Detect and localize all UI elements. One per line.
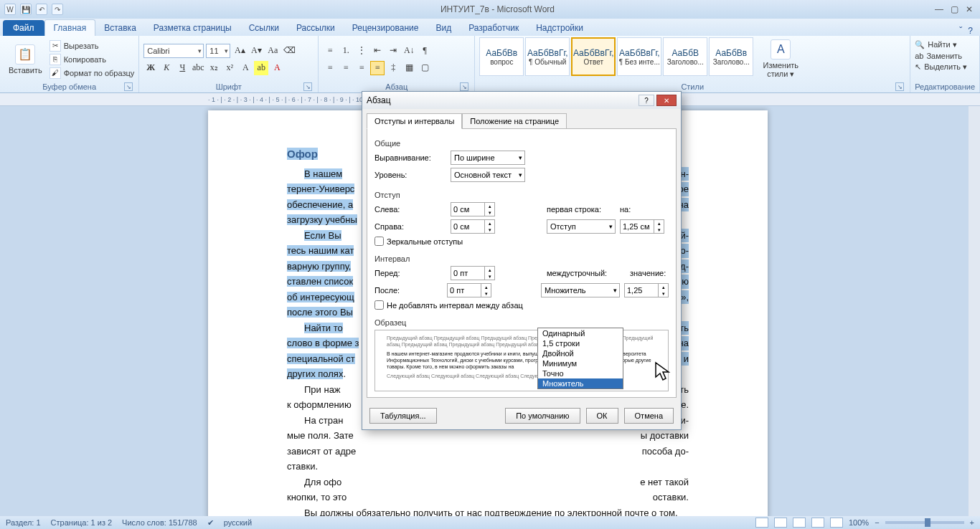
full-screen-view-icon[interactable]: [774, 518, 787, 528]
line-value-spinner[interactable]: ▴▾: [624, 283, 669, 297]
web-layout-view-icon[interactable]: [793, 518, 806, 528]
clear-format-icon[interactable]: ⌫: [282, 44, 296, 58]
shrink-font-icon[interactable]: A▾: [249, 44, 263, 58]
sort-icon[interactable]: A↓: [402, 44, 416, 58]
superscript-icon[interactable]: x²: [222, 61, 237, 75]
cut-button[interactable]: ✂Вырезать: [50, 40, 135, 52]
align-right-icon[interactable]: ≡: [354, 61, 369, 75]
ok-button[interactable]: ОК: [586, 408, 618, 424]
align-center-icon[interactable]: ≡: [339, 61, 353, 75]
tab-addins[interactable]: Надстройки: [527, 20, 592, 36]
select-button[interactable]: ↖Выделить ▾: [915, 62, 967, 72]
tab-references[interactable]: Ссылки: [240, 20, 288, 36]
tab-mailings[interactable]: Рассылки: [288, 20, 344, 36]
set-default-button[interactable]: По умолчанию: [505, 408, 580, 424]
tab-review[interactable]: Рецензирование: [344, 20, 428, 36]
change-case-icon[interactable]: Aa: [265, 44, 280, 58]
change-styles-button[interactable]: A Изменить стили ▾: [756, 37, 805, 81]
shading-icon[interactable]: ▦: [402, 61, 416, 75]
outline-view-icon[interactable]: [811, 518, 824, 528]
space-before-spinner[interactable]: ▴▾: [451, 266, 495, 280]
dropdown-option[interactable]: 1,5 строки: [538, 338, 623, 348]
style-item[interactable]: АаБбВвГг,Ответ: [571, 37, 616, 76]
tab-developer[interactable]: Разработчик: [460, 20, 527, 36]
minimize-icon[interactable]: —: [935, 4, 943, 14]
cancel-button[interactable]: Отмена: [624, 408, 674, 424]
status-page[interactable]: Страница: 1 из 2: [51, 518, 113, 527]
strike-icon[interactable]: abc: [191, 61, 205, 75]
dialog-close-icon[interactable]: ✕: [656, 95, 677, 106]
mirror-indents-checkbox[interactable]: Зеркальные отступы: [374, 237, 669, 246]
minimize-ribbon-icon[interactable]: ˇ: [959, 26, 962, 36]
subscript-icon[interactable]: x₂: [207, 61, 221, 75]
print-layout-view-icon[interactable]: [755, 518, 768, 528]
dropdown-option[interactable]: Двойной: [538, 348, 623, 358]
zoom-slider[interactable]: [885, 521, 964, 524]
dialog-help-icon[interactable]: ?: [639, 95, 654, 106]
replace-button[interactable]: abЗаменить: [915, 52, 967, 60]
increase-indent-icon[interactable]: ⇥: [386, 44, 400, 58]
style-item[interactable]: АаБбВвГг,¶ Обычный: [525, 37, 570, 76]
grow-font-icon[interactable]: A▴: [232, 44, 247, 58]
zoom-out-icon[interactable]: −: [875, 518, 879, 527]
space-after-spinner[interactable]: ▴▾: [447, 283, 491, 297]
tab-insert[interactable]: Вставка: [95, 20, 145, 36]
align-left-icon[interactable]: ≡: [323, 61, 337, 75]
first-line-combo[interactable]: Отступ: [547, 219, 616, 234]
tab-indents-spacing[interactable]: Отступы и интервалы: [367, 113, 462, 129]
font-size-combo[interactable]: 11: [206, 44, 230, 58]
dropdown-option[interactable]: Одинарный: [538, 328, 623, 338]
paragraph-launcher[interactable]: ↘: [460, 82, 468, 91]
dialog-titlebar[interactable]: Абзац ? ✕: [362, 92, 681, 109]
style-item[interactable]: АаБбВЗаголово...: [663, 37, 707, 76]
line-spacing-dropdown[interactable]: Одинарный1,5 строкиДвойнойМинимумТочноМн…: [537, 328, 623, 389]
bullets-icon[interactable]: ≡: [323, 44, 337, 58]
status-language[interactable]: русский: [224, 518, 252, 527]
show-marks-icon[interactable]: ¶: [418, 44, 432, 58]
underline-icon[interactable]: Ч: [175, 61, 189, 75]
text-effects-icon[interactable]: A: [238, 61, 253, 75]
styles-launcher[interactable]: ↘: [895, 82, 904, 91]
decrease-indent-icon[interactable]: ⇤: [370, 44, 385, 58]
line-spacing-combo[interactable]: Множитель: [541, 283, 620, 297]
tabs-button[interactable]: Табуляция...: [369, 408, 437, 424]
format-painter-button[interactable]: 🖌Формат по образцу: [50, 67, 135, 79]
close-icon[interactable]: ✕: [966, 4, 973, 14]
borders-icon[interactable]: ▢: [418, 61, 432, 75]
indent-right-spinner[interactable]: ▴▾: [451, 219, 495, 234]
style-item[interactable]: АаБбВвЗаголово...: [709, 37, 753, 76]
no-space-same-style-checkbox[interactable]: Не добавлять интервал между абзац: [374, 300, 669, 310]
font-color-icon[interactable]: A: [270, 61, 284, 75]
multilevel-icon[interactable]: ⋮: [354, 44, 369, 58]
dropdown-option[interactable]: Точно: [538, 368, 623, 378]
find-button[interactable]: 🔍Найти ▾: [915, 40, 967, 49]
vertical-scrollbar[interactable]: [969, 106, 980, 516]
style-item[interactable]: АаБбВвГг,¶ Без инте...: [617, 37, 661, 76]
maximize-icon[interactable]: ▢: [951, 4, 958, 14]
status-words[interactable]: Число слов: 151/788: [122, 518, 197, 527]
italic-icon[interactable]: К: [159, 61, 174, 75]
status-section[interactable]: Раздел: 1: [6, 518, 41, 527]
font-name-combo[interactable]: Calibri: [143, 44, 204, 58]
zoom-level[interactable]: 100%: [849, 518, 869, 527]
save-icon[interactable]: 💾: [20, 4, 32, 15]
copy-button[interactable]: ⎘Копировать: [50, 54, 135, 65]
font-launcher[interactable]: ↘: [303, 82, 312, 91]
outline-level-combo[interactable]: Основной текст: [451, 168, 525, 182]
alignment-combo[interactable]: По ширине: [451, 151, 525, 165]
numbering-icon[interactable]: 1.: [339, 44, 353, 58]
undo-icon[interactable]: ↶: [36, 4, 47, 15]
tab-line-page-breaks[interactable]: Положение на странице: [462, 113, 567, 129]
first-line-by-spinner[interactable]: ▴▾: [620, 219, 664, 234]
highlight-icon[interactable]: ab: [254, 61, 268, 75]
styles-gallery[interactable]: АаБбВввопросАаБбВвГг,¶ ОбычныйАаБбВвГг,О…: [479, 37, 753, 81]
line-spacing-icon[interactable]: ‡: [386, 61, 400, 75]
help-icon[interactable]: ?: [968, 26, 973, 36]
tab-page-layout[interactable]: Разметка страницы: [145, 20, 240, 36]
status-proofing-icon[interactable]: ✔: [207, 518, 214, 528]
dropdown-option[interactable]: Минимум: [538, 358, 623, 368]
dropdown-option[interactable]: Множитель: [538, 378, 623, 389]
bold-icon[interactable]: Ж: [143, 61, 158, 75]
redo-icon[interactable]: ↷: [52, 4, 63, 15]
indent-left-spinner[interactable]: ▴▾: [451, 202, 495, 216]
